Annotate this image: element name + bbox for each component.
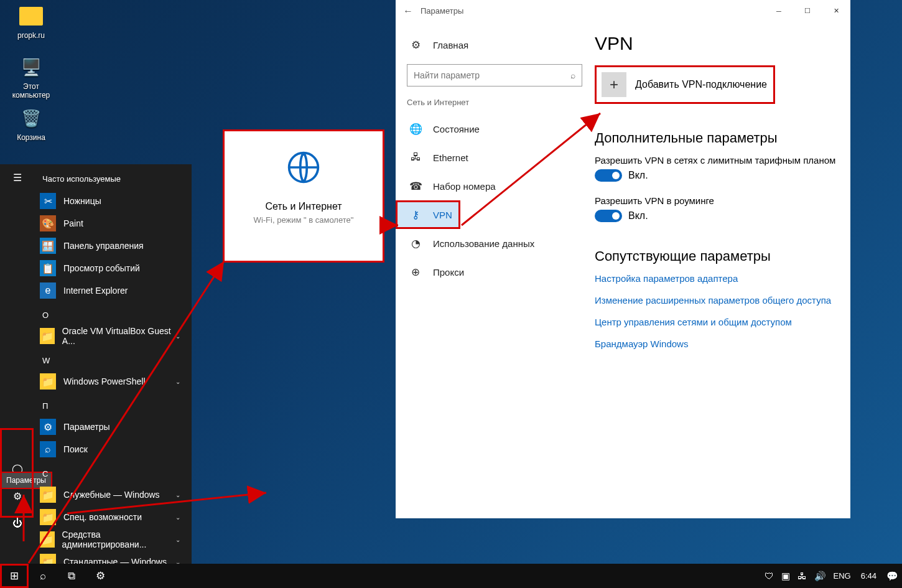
- tray-volume-icon[interactable]: 🔊: [811, 564, 830, 588]
- chevron-down-icon: ⌄: [175, 514, 187, 521]
- chevron-down-icon: ⌄: [175, 333, 187, 340]
- settings-tile-network[interactable]: Сеть и Интернет Wi-Fi, режим " в самолет…: [223, 129, 384, 263]
- app-tile-icon: 🎨: [40, 215, 56, 231]
- folder-icon: [19, 4, 44, 29]
- start-app[interactable]: 📁Стандартные — Windows⌄: [35, 551, 192, 564]
- desktop-icon-label: Этот компьютер: [6, 82, 56, 100]
- alpha-header[interactable]: W: [35, 347, 192, 370]
- search-input[interactable]: [414, 70, 570, 80]
- toggle-roaming[interactable]: Вкл.: [595, 210, 837, 222]
- nav-proxy[interactable]: ⊕Прокси: [407, 258, 595, 286]
- tray-action-center-icon[interactable]: 💬: [883, 564, 902, 588]
- start-button[interactable]: ⊞: [0, 564, 29, 588]
- start-app-list: Часто используемые ✂Ножницы🎨Paint🪟Панель…: [35, 164, 192, 564]
- chevron-down-icon: ⌄: [175, 492, 187, 498]
- start-app[interactable]: 🎨Paint: [35, 212, 192, 235]
- app-label: Стандартные — Windows: [63, 557, 167, 564]
- start-app[interactable]: 🪟Панель управления: [35, 235, 192, 257]
- dialup-icon: ☎: [407, 180, 424, 193]
- search-icon: ⌕: [570, 70, 575, 80]
- tile-subtitle: Wi-Fi, режим " в самолете": [225, 215, 383, 226]
- window-title: Параметры: [421, 6, 765, 16]
- chevron-down-icon: ⌄: [175, 559, 187, 564]
- alpha-header[interactable]: П: [35, 393, 192, 416]
- start-app[interactable]: 📁Oracle VM VirtualBox Guest A...⌄: [35, 325, 192, 347]
- app-tile-icon: 📁: [40, 531, 55, 548]
- task-view-icon[interactable]: ⧉: [57, 564, 86, 588]
- app-label: Windows PowerShell: [63, 376, 146, 386]
- gear-icon: ⚙: [407, 39, 424, 52]
- annotation-box: [0, 428, 34, 518]
- start-app[interactable]: ⌕Поиск: [35, 438, 192, 460]
- link-firewall[interactable]: Брандмауэр Windows: [595, 338, 837, 349]
- app-tile-icon: 🪟: [40, 238, 56, 254]
- start-app[interactable]: 📁Windows PowerShell⌄: [35, 370, 192, 393]
- toggle-state: Вкл.: [628, 210, 648, 222]
- recycle-bin-icon: 🗑️: [19, 106, 44, 131]
- tray-language[interactable]: ENG: [830, 564, 855, 588]
- start-app[interactable]: ⚙Параметры: [35, 416, 192, 438]
- app-label: Oracle VM VirtualBox Guest A...: [62, 326, 175, 346]
- tray-clock[interactable]: 6:44: [855, 564, 883, 588]
- add-vpn-button[interactable]: + Добавить VPN-подключение: [595, 65, 775, 104]
- chevron-down-icon: ⌄: [175, 378, 187, 385]
- add-vpn-label: Добавить VPN-подключение: [635, 79, 767, 90]
- maximize-button[interactable]: ☐: [793, 0, 822, 22]
- app-label: Служебные — Windows: [63, 490, 160, 500]
- toggle-state: Вкл.: [628, 170, 648, 181]
- alpha-header[interactable]: С: [35, 460, 192, 483]
- app-tile-icon: 📁: [40, 373, 56, 390]
- alpha-header[interactable]: O: [35, 302, 192, 325]
- start-app[interactable]: 📋Просмотр событий: [35, 257, 192, 279]
- settings-content: VPN + Добавить VPN-подключение Дополните…: [595, 22, 850, 518]
- taskbar-settings-icon[interactable]: ⚙: [86, 564, 114, 588]
- nav-label: VPN: [433, 210, 452, 220]
- nav-section-caption: Сеть и Интернет: [407, 98, 595, 107]
- app-tile-icon: e: [40, 282, 56, 299]
- nav-label: Ethernet: [433, 152, 468, 163]
- start-app[interactable]: 📁Средства администрировани...⌄: [35, 528, 192, 551]
- app-label: Просмотр событий: [63, 263, 140, 273]
- close-button[interactable]: ✕: [822, 0, 850, 22]
- app-tile-icon: ⚙: [40, 419, 56, 435]
- link-network-center[interactable]: Центр управления сетями и общим доступом: [595, 317, 837, 327]
- vpn-icon: ⚷: [407, 208, 424, 222]
- back-button[interactable]: ←: [396, 6, 421, 17]
- nav-vpn[interactable]: ⚷VPN: [396, 200, 460, 229]
- nav-home[interactable]: ⚙ Главная: [407, 30, 595, 59]
- nav-label: Использование данных: [433, 238, 534, 249]
- taskbar-search-icon[interactable]: ⌕: [29, 564, 57, 588]
- minimize-button[interactable]: ─: [765, 0, 793, 22]
- tray-network-icon[interactable]: 🖧: [794, 564, 811, 588]
- nav-label: Главная: [433, 40, 468, 50]
- desktop-icon-label: propk.ru: [6, 31, 56, 40]
- app-tile-icon: 📋: [40, 260, 56, 276]
- nav-ethernet[interactable]: 🖧Ethernet: [407, 143, 595, 172]
- nav-status[interactable]: 🌐Состояние: [407, 114, 595, 143]
- ethernet-icon: 🖧: [407, 151, 424, 164]
- search-box[interactable]: ⌕: [407, 64, 582, 86]
- computer-icon: 🖥️: [19, 55, 44, 80]
- frequent-header: Часто используемые: [35, 173, 192, 190]
- toggle-metered[interactable]: Вкл.: [595, 169, 837, 182]
- tray-security-icon[interactable]: 🛡: [761, 564, 778, 588]
- app-tile-icon: ⌕: [40, 441, 56, 457]
- start-app[interactable]: 📁Спец. возможности⌄: [35, 506, 192, 528]
- start-app[interactable]: 📁Служебные — Windows⌄: [35, 483, 192, 506]
- app-label: Параметры: [63, 422, 110, 432]
- desktop-icon-this-pc[interactable]: 🖥️ Этот компьютер: [6, 55, 56, 100]
- desktop-icon-propk[interactable]: propk.ru: [6, 4, 56, 40]
- start-app[interactable]: ✂Ножницы: [35, 190, 192, 212]
- settings-nav: ⚙ Главная ⌕ Сеть и Интернет 🌐Состояние 🖧…: [396, 22, 595, 518]
- link-sharing[interactable]: Изменение расширенных параметров общего …: [595, 295, 837, 306]
- link-adapter[interactable]: Настройка параметров адаптера: [595, 273, 837, 284]
- nav-data-usage[interactable]: ◔Использование данных: [407, 229, 595, 258]
- start-app[interactable]: eInternet Explorer: [35, 279, 192, 302]
- nav-dialup[interactable]: ☎Набор номера: [407, 172, 595, 200]
- app-label: Средства администрировани...: [62, 530, 175, 549]
- desktop-icon-recycle[interactable]: 🗑️ Корзина: [6, 106, 56, 142]
- hamburger-icon[interactable]: ☰: [0, 164, 35, 190]
- app-label: Ножницы: [63, 196, 101, 206]
- section-heading-related: Сопутствующие параметры: [595, 248, 837, 264]
- tray-vm-icon[interactable]: ▣: [778, 564, 794, 588]
